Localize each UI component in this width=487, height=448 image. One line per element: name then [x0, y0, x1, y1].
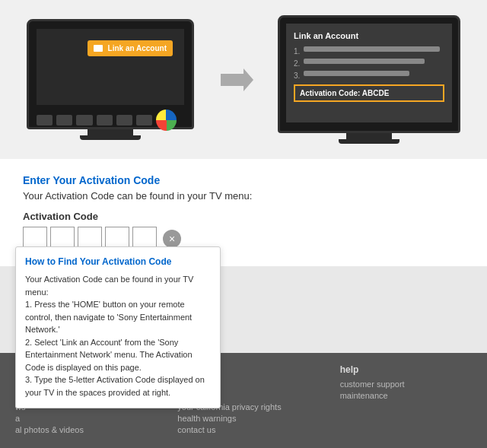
tv-icon: [94, 45, 103, 52]
footer-link-a[interactable]: a: [15, 414, 147, 423]
clear-button[interactable]: ×: [163, 230, 181, 248]
tv-left-screen: Link an Account: [37, 29, 184, 105]
section-title: Enter Your Activation Code: [23, 174, 464, 186]
menu-line-3: [304, 71, 409, 76]
tv-right-stand-bottom: [339, 139, 399, 144]
tv-btn-6: [136, 115, 152, 126]
tv-stand-bottom: [80, 135, 141, 140]
arrow-icon: [217, 65, 255, 95]
form-section: Enter Your Activation Code Your Activati…: [0, 159, 487, 266]
tv-controls: [37, 110, 184, 131]
tv-right-screen: Link an Account 1. 2. 3. Activation Code…: [286, 24, 452, 122]
hero-section: Link an Account Lin: [0, 0, 487, 159]
activation-code-display: Activation Code: ABCDE: [294, 84, 444, 102]
tv-btn-4: [97, 115, 113, 126]
footer-col-3: help customer support maintenance: [340, 364, 472, 437]
footer-link-support[interactable]: customer support: [340, 380, 472, 389]
footer-link-maintenance[interactable]: maintenance: [340, 391, 472, 400]
svg-marker-0: [221, 68, 253, 91]
footer-col-3-title: help: [340, 364, 472, 375]
tv-left-body: Link an Account: [27, 19, 194, 129]
tooltip-text: Your Activation Code can be found in you…: [25, 273, 211, 399]
link-account-label: Link an Account: [108, 44, 167, 52]
section-desc: Your Activation Code can be found in you…: [23, 190, 464, 202]
link-account-button[interactable]: Link an Account: [88, 40, 173, 56]
tv-right: Link an Account 1. 2. 3. Activation Code…: [278, 15, 460, 144]
sony-logo: [156, 110, 177, 131]
tv-btn-1: [37, 115, 53, 126]
tv-right-body: Link an Account 1. 2. 3. Activation Code…: [278, 15, 460, 133]
tv-btn-3: [76, 115, 92, 126]
menu-line-1: [304, 46, 439, 52]
tooltip-box: How to Find Your Activation Code Your Ac…: [15, 246, 221, 408]
activation-code-label: Activation Code: [23, 211, 464, 222]
menu-line-2: [304, 59, 424, 64]
arrow-container: [217, 65, 255, 95]
footer-link-health[interactable]: health warnings: [177, 414, 309, 423]
arrow: [217, 65, 255, 95]
tv-right-title: Link an Account: [294, 31, 444, 40]
footer-link-contact[interactable]: contact us: [177, 425, 309, 434]
tv-btn-2: [56, 115, 72, 126]
tv-left: Link an Account: [27, 19, 194, 140]
tv-right-stand-top: [346, 133, 392, 139]
tooltip-title: How to Find Your Activation Code: [25, 256, 211, 267]
footer-link-photos[interactable]: al photos & videos: [15, 425, 147, 434]
tv-btn-5: [116, 115, 132, 126]
